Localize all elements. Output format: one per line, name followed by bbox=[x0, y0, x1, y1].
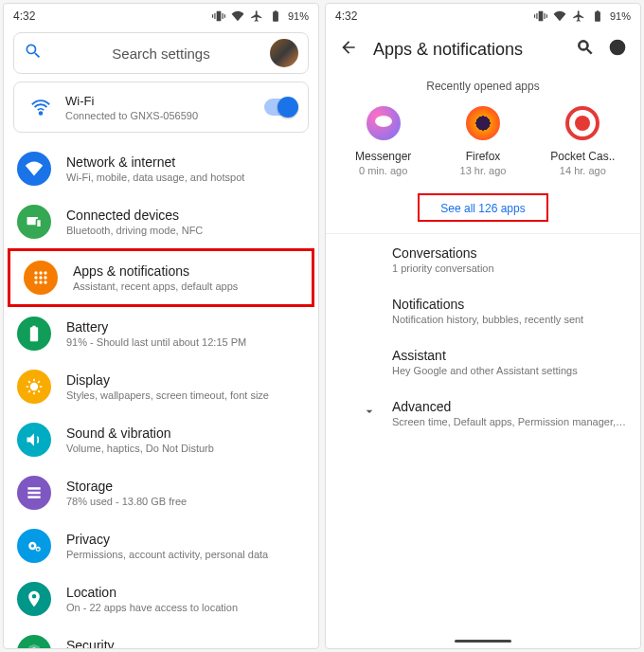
settings-row-sound-vibration[interactable]: Sound & vibration Volume, haptics, Do No… bbox=[4, 413, 318, 466]
svg-point-3 bbox=[34, 271, 37, 274]
row-sub: Permissions, account activity, personal … bbox=[66, 549, 268, 560]
settings-row-network-internet[interactable]: Network & internet Wi-Fi, mobile, data u… bbox=[4, 142, 318, 195]
row-sub: Assistant, recent apps, default apps bbox=[73, 281, 238, 292]
svg-point-11 bbox=[44, 281, 46, 283]
settings-row-privacy[interactable]: Privacy Permissions, account activity, p… bbox=[4, 519, 318, 572]
row-sub: Volume, haptics, Do Not Disturb bbox=[66, 443, 214, 454]
detail-row-conversations[interactable]: Conversations 1 priority conversation bbox=[326, 234, 640, 285]
display-icon bbox=[17, 370, 51, 404]
back-button[interactable] bbox=[339, 38, 358, 61]
see-all-apps-button[interactable]: See all 126 apps bbox=[431, 198, 534, 219]
app-time: 0 min. ago bbox=[359, 165, 407, 176]
svg-rect-13 bbox=[27, 487, 40, 490]
app-name: Pocket Cas.. bbox=[550, 150, 615, 163]
profile-avatar[interactable] bbox=[270, 39, 298, 67]
status-time: 4:32 bbox=[335, 9, 357, 23]
svg-point-5 bbox=[44, 271, 46, 274]
detail-list: Conversations 1 priority conversation No… bbox=[326, 234, 640, 388]
row-title: Notifications bbox=[392, 297, 627, 312]
row-title: Battery bbox=[66, 319, 246, 335]
page-title: Apps & notifications bbox=[373, 40, 561, 60]
settings-row-location[interactable]: Location On - 22 apps have access to loc… bbox=[4, 572, 318, 625]
airplane-icon bbox=[572, 9, 585, 23]
help-button[interactable] bbox=[608, 38, 627, 61]
row-title: Privacy bbox=[66, 532, 268, 547]
status-icons: 91% bbox=[212, 9, 309, 23]
row-sub: 1 priority conversation bbox=[392, 263, 627, 274]
battery-icon bbox=[269, 9, 282, 23]
row-sub: Hey Google and other Assistant settings bbox=[392, 365, 627, 376]
settings-screen: 4:32 91% Search settings Wi-Fi Connected… bbox=[3, 3, 319, 649]
home-indicator[interactable] bbox=[455, 640, 511, 643]
row-sub: On - 22 apps have access to location bbox=[66, 602, 238, 613]
row-sub: 78% used - 13.80 GB free bbox=[66, 496, 187, 507]
status-icons: 91% bbox=[534, 9, 631, 23]
settings-list: Network & internet Wi-Fi, mobile, data u… bbox=[4, 142, 318, 648]
advanced-row[interactable]: Advanced Screen time, Default apps, Perm… bbox=[326, 388, 640, 439]
row-title: Security bbox=[66, 638, 233, 648]
svg-rect-19 bbox=[37, 549, 40, 551]
settings-row-apps-notifications[interactable]: Apps & notifications Assistant, recent a… bbox=[8, 248, 314, 307]
svg-point-0 bbox=[40, 112, 43, 115]
settings-row-battery[interactable]: Battery 91% - Should last until about 12… bbox=[4, 307, 318, 360]
page-header: Apps & notifications bbox=[326, 28, 640, 74]
wifi-icon bbox=[553, 9, 566, 23]
search-button[interactable] bbox=[576, 38, 595, 61]
detail-row-assistant[interactable]: Assistant Hey Google and other Assistant… bbox=[326, 336, 640, 388]
battery-percent: 91% bbox=[288, 10, 309, 22]
recent-app-firefox[interactable]: Firefox 13 hr. ago bbox=[440, 106, 526, 176]
apps-icon bbox=[24, 261, 58, 295]
apps-notifications-screen: 4:32 91% Apps & notifications Recently o… bbox=[325, 3, 641, 649]
svg-point-8 bbox=[44, 276, 46, 279]
wifi-icon bbox=[231, 9, 244, 23]
sound-icon bbox=[17, 423, 51, 457]
row-title: Location bbox=[66, 585, 238, 600]
app-icon bbox=[565, 106, 599, 140]
battery-icon bbox=[591, 9, 604, 23]
svg-point-6 bbox=[34, 276, 37, 279]
search-settings[interactable]: Search settings bbox=[13, 32, 309, 74]
svg-point-9 bbox=[34, 281, 37, 283]
row-sub: 91% - Should last until about 12:15 PM bbox=[66, 336, 246, 348]
settings-row-security[interactable]: Security Play Protect, screen lock, fing… bbox=[4, 625, 318, 648]
devices-icon bbox=[17, 205, 51, 239]
app-name: Firefox bbox=[466, 150, 501, 163]
row-sub: Wi-Fi, mobile, data usage, and hotspot bbox=[66, 172, 244, 183]
settings-row-storage[interactable]: Storage 78% used - 13.80 GB free bbox=[4, 466, 318, 519]
svg-rect-14 bbox=[27, 492, 40, 495]
settings-row-connected-devices[interactable]: Connected devices Bluetooth, driving mod… bbox=[4, 195, 318, 248]
privacy-icon bbox=[17, 529, 51, 563]
app-time: 13 hr. ago bbox=[460, 165, 507, 176]
row-title: Apps & notifications bbox=[73, 263, 238, 279]
wifi-icon bbox=[17, 152, 51, 186]
storage-icon bbox=[17, 476, 51, 510]
status-time: 4:32 bbox=[13, 9, 35, 23]
svg-point-17 bbox=[31, 544, 34, 547]
detail-row-notifications[interactable]: Notifications Notification history, bubb… bbox=[326, 285, 640, 336]
location-icon bbox=[17, 582, 51, 616]
recent-app-pocketcasts[interactable]: Pocket Cas.. 14 hr. ago bbox=[540, 106, 625, 176]
row-sub: Bluetooth, driving mode, NFC bbox=[66, 225, 203, 236]
battery-percent: 91% bbox=[610, 10, 631, 22]
app-name: Messenger bbox=[355, 150, 411, 163]
search-placeholder: Search settings bbox=[52, 45, 270, 62]
settings-row-display[interactable]: Display Styles, wallpapers, screen timeo… bbox=[4, 360, 318, 413]
security-icon bbox=[17, 635, 51, 648]
svg-point-7 bbox=[39, 276, 42, 279]
row-title: Assistant bbox=[392, 348, 627, 363]
app-time: 14 hr. ago bbox=[560, 165, 606, 176]
app-icon bbox=[466, 106, 500, 140]
wifi-card[interactable]: Wi-Fi Connected to GNXS-056590 bbox=[13, 82, 309, 133]
svg-point-12 bbox=[30, 383, 38, 390]
row-title: Network & internet bbox=[66, 154, 244, 170]
app-icon bbox=[367, 106, 401, 140]
wifi-toggle[interactable] bbox=[264, 99, 296, 116]
advanced-title: Advanced bbox=[392, 399, 627, 414]
battery-icon bbox=[17, 317, 51, 351]
svg-rect-15 bbox=[27, 496, 40, 498]
status-bar: 4:32 91% bbox=[4, 4, 318, 28]
row-sub: Styles, wallpapers, screen timeout, font… bbox=[66, 389, 269, 401]
svg-point-4 bbox=[39, 271, 42, 274]
vibrate-icon bbox=[534, 9, 547, 23]
recent-app-messenger[interactable]: Messenger 0 min. ago bbox=[341, 106, 426, 176]
